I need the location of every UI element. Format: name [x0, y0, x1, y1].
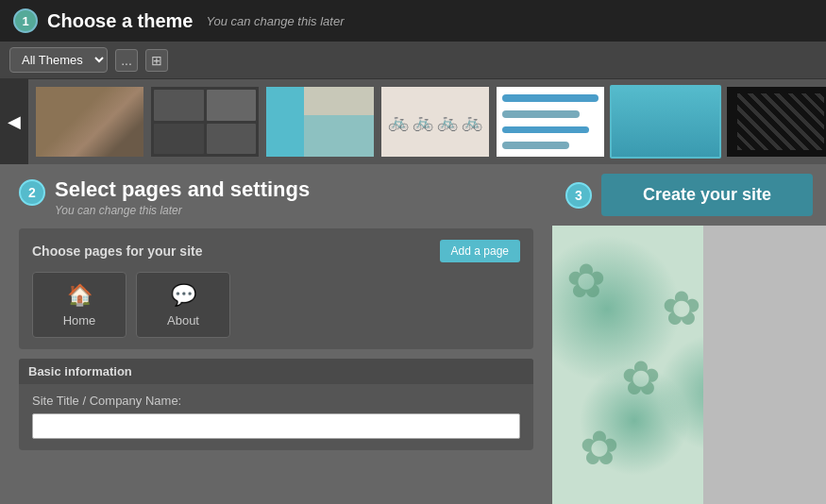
main-content: 2 Select pages and settings You can chan…	[0, 164, 826, 504]
page-item-about[interactable]: 💬 About	[136, 272, 230, 338]
pages-card-title: Choose pages for your site	[32, 244, 202, 259]
home-icon: 🏠	[67, 283, 93, 308]
site-title-input[interactable]	[32, 413, 520, 439]
toolbar: All Themes Business Personal Portfolio .…	[0, 42, 826, 79]
theme-thumbs-container: 🚲 🚲 🚲 🚲	[28, 80, 826, 163]
theme-thumb-teal-split[interactable]	[264, 85, 376, 159]
about-icon: 💬	[171, 283, 196, 308]
flower-icon-1: ✿	[566, 254, 606, 309]
section2-title: Select pages and settings	[55, 177, 310, 202]
page-label-about: About	[167, 313, 199, 328]
flower-icon-2: ✿	[621, 351, 661, 406]
create-site-button[interactable]: Create your site	[601, 174, 813, 216]
page-item-home[interactable]: 🏠 Home	[32, 272, 126, 338]
themes-strip: ◀	[0, 79, 826, 164]
page-title: Choose a theme	[47, 10, 193, 32]
themes-prev-arrow[interactable]: ◀	[0, 79, 28, 164]
add-page-button[interactable]: Add a page	[440, 240, 520, 262]
pages-card: Choose pages for your site Add a page 🏠 …	[19, 228, 533, 349]
right-panel: 3 Create your site ✿ ✿ ✿ ✿	[552, 164, 826, 504]
site-title-label: Site Title / Company Name:	[32, 394, 520, 408]
preview-gray-bar	[703, 226, 827, 504]
left-panel: 2 Select pages and settings You can chan…	[0, 164, 552, 504]
header-bar: 1 Choose a theme You can change this lat…	[0, 0, 826, 42]
theme-thumb-teal[interactable]	[610, 85, 721, 159]
page-label-home: Home	[63, 313, 96, 328]
section2-subtitle: You can change this later	[55, 204, 310, 217]
theme-thumb-dark-grid[interactable]	[149, 85, 261, 159]
step3-circle: 3	[565, 182, 592, 209]
section2-header: 2 Select pages and settings You can chan…	[19, 177, 533, 217]
step2-circle: 2	[19, 179, 45, 206]
theme-thumb-wood[interactable]	[34, 85, 145, 159]
themes-filter-dropdown[interactable]: All Themes Business Personal Portfolio	[9, 47, 108, 73]
flower-icon-3: ✿	[580, 421, 619, 476]
section2-title-block: Select pages and settings You can change…	[55, 177, 310, 217]
step1-circle: 1	[13, 8, 38, 33]
basic-info-card: Basic information Site Title / Company N…	[19, 359, 533, 450]
create-site-area: 3 Create your site	[552, 164, 826, 226]
theme-thumb-black-pattern[interactable]	[725, 85, 826, 159]
pages-grid: 🏠 Home 💬 About	[32, 272, 520, 338]
flower-icon-4: ✿	[662, 281, 701, 336]
grid-view-button[interactable]: ⊞	[145, 49, 168, 72]
theme-thumb-bicycle[interactable]: 🚲 🚲 🚲 🚲	[379, 85, 491, 159]
theme-thumb-waves[interactable]	[495, 85, 606, 159]
basic-info-card-header: Basic information	[19, 359, 533, 384]
header-subtitle: You can change this later	[206, 14, 344, 28]
theme-preview-image: ✿ ✿ ✿ ✿	[552, 226, 826, 504]
pages-card-header: Choose pages for your site Add a page	[32, 240, 520, 262]
list-view-button[interactable]: ...	[115, 49, 138, 72]
